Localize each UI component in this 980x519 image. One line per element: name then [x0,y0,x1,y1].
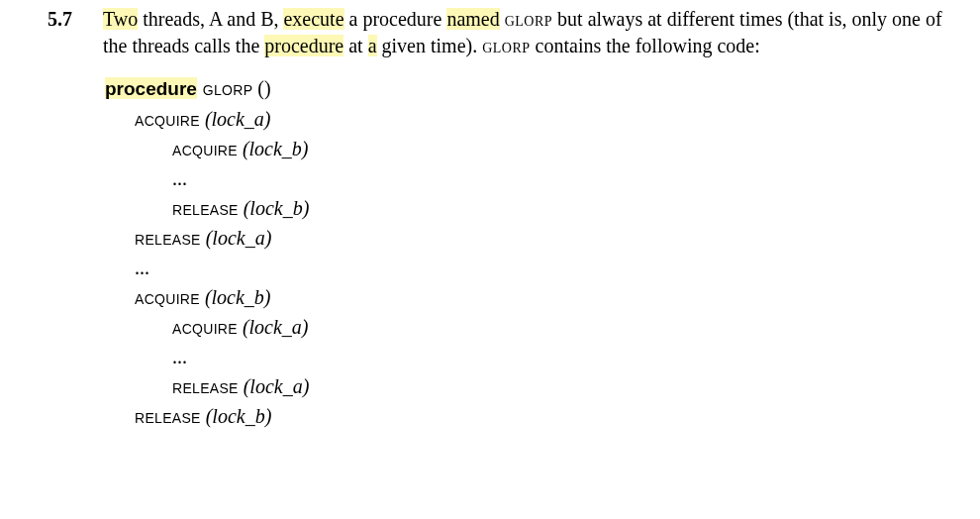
fn-release: release [172,197,239,219]
fn-release: release [172,375,239,397]
arg: (lock_a) [201,227,272,249]
fn-acquire: acquire [172,316,238,338]
arg: (lock_a) [200,108,271,130]
highlight-word: execute [283,8,343,30]
fn-release: release [135,405,201,427]
code-block: procedure glorp () acquire (lock_a) acqu… [105,73,950,431]
highlight-word: named [446,8,499,30]
code-line: acquire (lock_a) [105,312,950,342]
code-line: release (lock_a) [105,371,950,401]
arg: (lock_b) [201,405,272,427]
highlight-word: a [368,35,377,56]
arg: (lock_a) [238,316,309,338]
code-line: release (lock_b) [105,193,950,223]
smallcaps-glorp: glorp [482,35,530,56]
code-line: release (lock_a) [105,223,950,253]
text: threads, A and B, [138,8,283,30]
problem-block: 5.7 Two threads, A and B, execute a proc… [48,6,950,59]
code-line: ... [105,163,950,193]
code-line: acquire (lock_a) [105,104,950,134]
code-line: acquire (lock_b) [105,134,950,163]
ellipsis: ... [135,257,149,278]
problem-text: Two threads, A and B, execute a procedur… [103,6,950,59]
highlight-word: procedure [264,35,343,56]
problem-number: 5.7 [48,6,103,33]
text: given time). [377,35,483,56]
ellipsis: ... [172,346,187,367]
text: at [343,35,367,56]
code-line: procedure glorp () [105,73,950,104]
highlight-keyword: procedure [105,77,197,99]
fn-acquire: acquire [135,108,200,130]
fn-release: release [135,227,201,249]
code-line: ... [105,342,950,371]
code-line: ... [105,253,950,282]
page: 5.7 Two threads, A and B, execute a proc… [0,0,980,431]
arg: (lock_a) [239,375,310,397]
arg: (lock_b) [200,286,271,308]
code-line: acquire (lock_b) [105,282,950,312]
fn-name: glorp [197,77,252,99]
code-line: release (lock_b) [105,401,950,431]
ellipsis: ... [172,167,187,189]
keyword-procedure: procedure [105,78,197,99]
smallcaps-glorp: glorp [505,8,552,30]
arg: (lock_b) [239,197,310,219]
text: contains the following code: [531,35,760,56]
fn-acquire: acquire [135,286,200,308]
arg: (lock_b) [238,138,309,159]
fn-acquire: acquire [172,138,238,159]
highlight-word: Two [103,8,138,30]
text: () [252,77,270,99]
text: a procedure [344,8,447,30]
